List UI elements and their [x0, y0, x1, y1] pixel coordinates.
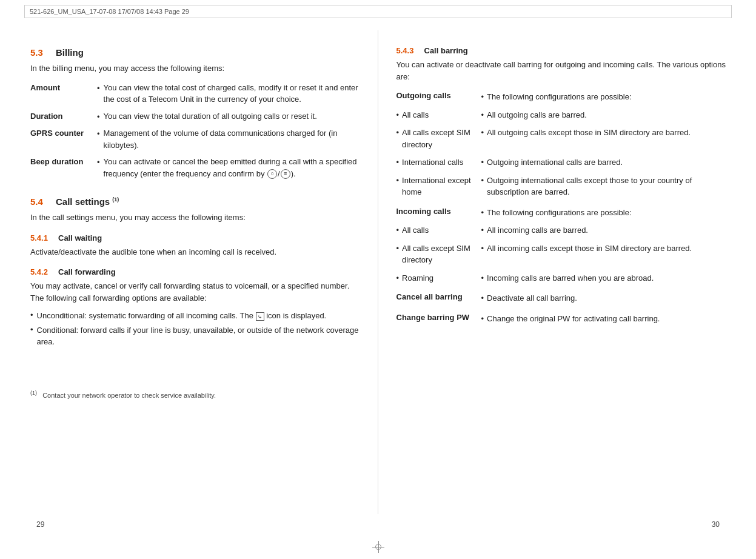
billing-intro: In the billing menu, you may access the … — [30, 62, 360, 75]
bullet-dot: • — [481, 109, 484, 121]
footnote-area: (1) Contact your network operator to che… — [30, 353, 360, 400]
bullet-dot: • — [97, 156, 100, 169]
incoming-allcalls-row: • All calls • All incoming calls are bar… — [396, 222, 726, 240]
bullet-dot: • — [97, 111, 100, 123]
bullet-dot: • — [30, 310, 33, 320]
gprs-text: Management of the volume of data communi… — [104, 127, 360, 151]
main-columns: 5.3 Billing In the billing menu, you may… — [0, 18, 756, 514]
footer: 29 30 — [0, 514, 756, 541]
amount-text: You can view the total cost of charged c… — [104, 82, 360, 105]
incoming-desc-text: The following configurations are possibl… — [487, 207, 631, 219]
cancel-barring-text: Deactivate all call barring. — [487, 292, 577, 304]
beep-text: You can activate or cancel the beep emit… — [104, 156, 360, 179]
incoming-roaming-text: Incoming calls are barred when you are a… — [487, 272, 654, 284]
page-wrapper: 521-626_UM_USA_17-07-08 17/07/08 14:43 P… — [0, 0, 756, 559]
gprs-term: GPRS counter — [30, 126, 97, 155]
incoming-allcalls-def: • All incoming calls are barred. — [481, 222, 726, 240]
incoming-sim-label: All calls except SIM directory — [402, 243, 481, 266]
incoming-roaming-row: • Roaming • Incoming calls are barred wh… — [396, 270, 726, 288]
bullet-dot: • — [481, 207, 484, 219]
outgoing-sim-label: All calls except SIM directory — [402, 127, 481, 150]
incoming-roaming-label: Roaming — [402, 272, 433, 284]
change-pw-def: • Change the original PW for activating … — [481, 308, 726, 329]
outgoing-intl-def: • Outgoing international calls are barre… — [481, 154, 726, 172]
reg-mark-circle — [375, 544, 381, 550]
section-5-3-title: 5.3 Billing — [30, 47, 360, 58]
incoming-calls-row: Incoming calls • The following configura… — [396, 202, 726, 223]
bullet-dot: • — [396, 272, 400, 284]
conditional-text: Conditional: forward calls if your line … — [37, 324, 360, 348]
section-5-4-1-num: 5.4.1 — [30, 233, 53, 243]
change-pw-term: Change barring PW — [396, 308, 481, 329]
bullet-dot: • — [396, 175, 400, 187]
outgoing-sim-text: All outgoing calls except those in SIM d… — [487, 127, 691, 139]
outgoing-intl-home-row: • International except home • Outgoing i… — [396, 172, 726, 202]
bullet-dot: • — [396, 224, 400, 236]
outgoing-allcalls-term: • All calls — [396, 107, 481, 125]
bullet-dot: • — [481, 292, 484, 304]
footnote-sup: (1) — [30, 390, 37, 396]
bullet-dot: • — [481, 243, 484, 255]
outgoing-intl-row: • International calls • Outgoing interna… — [396, 154, 726, 172]
outgoing-intl-text: Outgoing international calls are barred. — [487, 156, 623, 169]
amount-term: Amount — [30, 81, 97, 109]
billing-item-gprs: GPRS counter • Management of the volume … — [30, 126, 360, 155]
incoming-roaming-def: • Incoming calls are barred when you are… — [481, 270, 726, 288]
section-5-4-num: 5.4 — [30, 196, 50, 207]
duration-term: Duration — [30, 109, 97, 127]
section-5-4-heading: Call settings (1) — [56, 196, 119, 207]
reg-mark-bottom — [372, 541, 384, 553]
outgoing-sim-term: • All calls except SIM directory — [396, 124, 481, 154]
left-column: 5.3 Billing In the billing menu, you may… — [0, 30, 378, 514]
bullet-dot: • — [481, 224, 484, 236]
outgoing-allcalls-text: All outgoing calls are barred. — [487, 109, 587, 121]
ok-btn-icon: ○ — [267, 169, 277, 179]
bullet-unconditional: • Unconditional: systematic forwarding o… — [30, 310, 360, 322]
outgoing-sim-row: • All calls except SIM directory • All o… — [396, 124, 726, 154]
bullet-dot: • — [481, 91, 484, 103]
cancel-barring-term: Cancel all barring — [396, 287, 481, 308]
beep-def: • You can activate or cancel the beep em… — [97, 155, 360, 183]
header-text: 521-626_UM_USA_17-07-08 17/07/08 14:43 P… — [30, 8, 189, 15]
billing-def-table: Amount • You can view the total cost of … — [30, 81, 360, 184]
section-5-4-3-heading: Call barring — [424, 46, 468, 55]
barring-table: Outgoing calls • The following configura… — [396, 89, 726, 328]
page-number-left: 29 — [36, 520, 44, 529]
unconditional-text: Unconditional: systematic forwarding of … — [37, 310, 327, 322]
section-5-3-heading: Billing — [56, 47, 84, 58]
section-5-4-3-title: 5.4.3 Call barring — [396, 46, 726, 55]
change-pw-row: Change barring PW • Change the original … — [396, 308, 726, 329]
billing-item-amount: Amount • You can view the total cost of … — [30, 81, 360, 109]
forward-icon: ⤷ — [256, 312, 264, 321]
amount-def: • You can view the total cost of charged… — [97, 81, 360, 109]
section-5-4-2-num: 5.4.2 — [30, 267, 53, 276]
callforwarding-bullets: • Unconditional: systematic forwarding o… — [30, 310, 360, 348]
section-5-3-num: 5.3 — [30, 47, 50, 58]
incoming-allcalls-term: • All calls — [396, 222, 481, 240]
bullet-dot: • — [396, 243, 400, 255]
footnote: (1) Contact your network operator to che… — [30, 389, 360, 400]
page-number-right: 30 — [712, 520, 720, 529]
outgoing-intl-home-text: Outgoing international calls except thos… — [487, 175, 726, 198]
callwaiting-desc: Activate/deactivate the audible tone whe… — [30, 246, 360, 258]
outgoing-allcalls-label: All calls — [402, 109, 429, 121]
bullet-dot: • — [396, 127, 400, 139]
bullet-dot: • — [481, 127, 484, 139]
bullet-dot: • — [97, 128, 100, 140]
outgoing-intl-home-def: • Outgoing international calls except th… — [481, 172, 726, 202]
change-pw-text: Change the original PW for activating ca… — [487, 313, 660, 325]
section-5-4-title: 5.4 Call settings (1) — [30, 196, 360, 207]
outgoing-desc-text: The following configurations are possibl… — [487, 91, 631, 103]
outgoing-intl-label: International calls — [402, 156, 463, 169]
billing-item-beep: Beep duration • You can activate or canc… — [30, 155, 360, 183]
bullet-dot: • — [97, 82, 100, 95]
bullet-dot: • — [30, 325, 33, 334]
incoming-term: Incoming calls — [396, 202, 481, 223]
callsettings-intro: In the call settings menu, you may acces… — [30, 212, 360, 224]
outgoing-desc: • The following configurations are possi… — [481, 89, 726, 107]
bullet-dot: • — [396, 156, 400, 169]
bullet-dot: • — [396, 109, 400, 121]
cancel-barring-row: Cancel all barring • Deactivate all call… — [396, 287, 726, 308]
right-column: 5.4.3 Call barring You can activate or d… — [378, 30, 757, 514]
billing-item-duration: Duration • You can view the total durati… — [30, 109, 360, 127]
